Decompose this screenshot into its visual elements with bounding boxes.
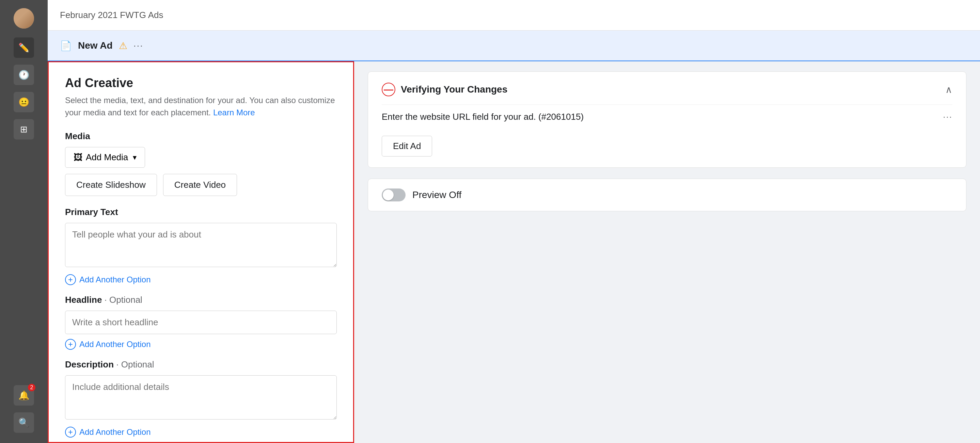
media-section: Media 🖼 Add Media ▾ Create Slideshow Cre… <box>65 131 337 196</box>
primary-text-input[interactable] <box>65 223 337 267</box>
add-media-button[interactable]: 🖼 Add Media ▾ <box>65 147 145 168</box>
primary-text-section: Primary Text + Add Another Option <box>65 207 337 285</box>
add-option-description-button[interactable]: + Add Another Option <box>65 427 151 438</box>
right-panel: — Verifying Your Changes ∧ Enter the web… <box>354 61 980 443</box>
more-options-icon[interactable]: ··· <box>134 40 143 51</box>
pencil-icon-btn[interactable]: ✏️ <box>14 37 34 58</box>
bell-icon-btn[interactable]: 🔔 2 <box>14 385 34 406</box>
new-ad-tab[interactable]: 📄 New Ad ⚠ ··· <box>48 31 980 61</box>
clock-icon-btn[interactable]: 🕐 <box>14 65 34 85</box>
panel-subtitle: Select the media, text, and destination … <box>65 94 337 119</box>
add-option-primary-button[interactable]: + Add Another Option <box>65 274 151 285</box>
error-circle-icon: — <box>382 83 395 96</box>
description-label: Description · Optional <box>65 359 337 370</box>
document-icon: 📄 <box>60 40 72 51</box>
headline-label: Headline · Optional <box>65 295 337 305</box>
verify-card: — Verifying Your Changes ∧ Enter the web… <box>368 71 966 168</box>
search-icon-btn[interactable]: 🔍 <box>14 412 34 433</box>
grid-icon-btn[interactable]: ⊞ <box>14 119 34 140</box>
avatar[interactable] <box>14 8 34 29</box>
verify-title-row: — Verifying Your Changes <box>382 83 508 96</box>
smiley-icon-btn[interactable]: 😐 <box>14 92 34 112</box>
preview-card: Preview Off <box>368 179 966 211</box>
content-split: Ad Creative Select the media, text, and … <box>48 61 980 443</box>
media-label: Media <box>65 131 337 141</box>
notification-badge: 2 <box>28 384 35 391</box>
edit-ad-button[interactable]: Edit Ad <box>382 136 432 157</box>
headline-input[interactable] <box>65 311 337 334</box>
chevron-up-icon[interactable]: ∧ <box>945 84 952 95</box>
top-bar: February 2021 FWTG Ads <box>48 0 980 31</box>
verify-body: Enter the website URL field for your ad.… <box>382 105 952 129</box>
create-slideshow-button[interactable]: Create Slideshow <box>65 174 157 196</box>
plus-icon-2: + <box>65 339 76 350</box>
breadcrumb: February 2021 FWTG Ads <box>60 10 163 21</box>
plus-icon-3: + <box>65 427 76 438</box>
warning-icon: ⚠ <box>119 40 127 51</box>
verify-header: — Verifying Your Changes ∧ <box>382 83 952 96</box>
create-video-button[interactable]: Create Video <box>163 174 237 196</box>
description-section: Description · Optional + Add Another Opt… <box>65 359 337 438</box>
preview-label: Preview Off <box>412 189 461 200</box>
headline-section: Headline · Optional + Add Another Option <box>65 295 337 350</box>
ad-creative-panel: Ad Creative Select the media, text, and … <box>48 61 354 443</box>
panel-title: Ad Creative <box>65 76 337 90</box>
dropdown-arrow-icon: ▾ <box>133 153 137 162</box>
main-content: February 2021 FWTG Ads 📄 New Ad ⚠ ··· Ad… <box>48 0 980 443</box>
add-option-headline-button[interactable]: + Add Another Option <box>65 339 151 350</box>
preview-toggle[interactable] <box>382 189 406 202</box>
description-input[interactable] <box>65 375 337 419</box>
media-action-buttons: Create Slideshow Create Video <box>65 174 337 196</box>
primary-text-label: Primary Text <box>65 207 337 218</box>
learn-more-link[interactable]: Learn More <box>213 108 255 117</box>
plus-icon-1: + <box>65 274 76 285</box>
sidebar: ✏️ 🕐 😐 ⊞ 🔔 2 🔍 <box>0 0 48 443</box>
verify-title: Verifying Your Changes <box>401 84 508 95</box>
verify-message: Enter the website URL field for your ad.… <box>382 111 584 122</box>
new-ad-label: New Ad <box>78 40 113 51</box>
more-options-verify-icon[interactable]: ··· <box>943 111 952 122</box>
image-icon: 🖼 <box>73 152 83 163</box>
